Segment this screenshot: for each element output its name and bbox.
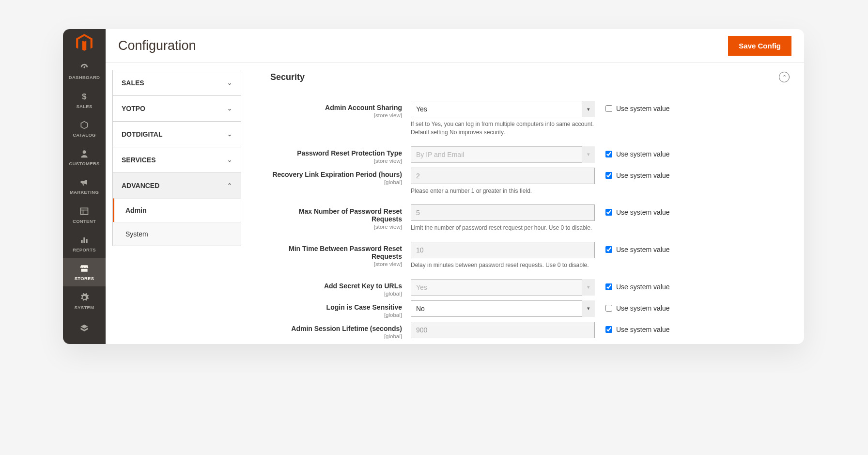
use-system-checkbox[interactable] (605, 246, 612, 253)
use-system-label[interactable]: Use system value (616, 172, 669, 179)
use-system-col: Use system value (595, 168, 669, 179)
field-label: Min Time Between Password Reset Requests (270, 245, 402, 260)
nav-customers[interactable]: CUSTOMERS (63, 143, 106, 172)
field-input-col: Limit the number of password reset reque… (411, 204, 595, 232)
config-group-advanced: ADVANCED ⌃ Admin System (113, 173, 241, 246)
config-subitem-system[interactable]: System (113, 222, 241, 246)
field-scope: [store view] (270, 261, 402, 267)
config-group-head[interactable]: ADVANCED ⌃ (113, 173, 241, 198)
svg-rect-7 (86, 239, 87, 243)
field-select[interactable]: Yes (411, 101, 595, 117)
app-frame: DASHBOARD $ SALES CATALOG CUSTOMERS MARK… (63, 29, 804, 344)
use-system-col: Use system value (595, 242, 669, 253)
config-group-head[interactable]: DOTDIGITAL ⌄ (113, 122, 241, 147)
use-system-label[interactable]: Use system value (616, 326, 669, 333)
form-area: Security ⌃ Admin Account Sharing[store v… (256, 63, 804, 344)
config-group-label: SERVICES (122, 156, 156, 164)
nav-marketing[interactable]: MARKETING (63, 172, 106, 200)
magento-logo[interactable] (63, 29, 106, 57)
field-note: Limit the number of password reset reque… (411, 224, 595, 232)
store-icon (79, 263, 90, 274)
field-row: Login is Case Sensitive[global]NoUse sys… (270, 300, 790, 318)
use-system-checkbox[interactable] (605, 305, 612, 312)
nav-reports[interactable]: REPORTS (63, 229, 106, 258)
field-row: Max Number of Password Reset Requests[st… (270, 204, 790, 232)
nav-label: SALES (76, 104, 92, 109)
nav-sales[interactable]: $ SALES (63, 86, 106, 114)
use-system-label[interactable]: Use system value (616, 304, 669, 312)
page-title: Configuration (118, 38, 728, 53)
field-label-col: Password Reset Protection Type[store vie… (270, 146, 411, 164)
use-system-col: Use system value (595, 279, 669, 291)
page-header: Configuration Save Config (106, 29, 804, 63)
nav-partners[interactable] (63, 315, 106, 344)
use-system-label[interactable]: Use system value (616, 246, 669, 253)
svg-text:$: $ (82, 92, 87, 101)
field-label-col: Login is Case Sensitive[global] (270, 300, 411, 318)
use-system-col: Use system value (595, 204, 669, 216)
field-input-col: By IP and Email (411, 146, 595, 163)
use-system-label[interactable]: Use system value (616, 208, 669, 216)
nav-label: REPORTS (73, 247, 96, 252)
config-group-label: DOTDIGITAL (122, 130, 163, 138)
field-text (411, 242, 595, 258)
chevron-up-icon: ⌃ (227, 182, 232, 189)
config-nav: SALES ⌄ YOTPO ⌄ DOTDIGITAL ⌄ (106, 63, 256, 344)
field-input-col (411, 322, 595, 338)
nav-catalog[interactable]: CATALOG (63, 114, 106, 143)
dollar-icon: $ (79, 91, 90, 102)
gear-icon (79, 292, 90, 303)
field-scope: [store view] (270, 112, 402, 118)
use-system-checkbox[interactable] (605, 209, 612, 216)
config-group-head[interactable]: SERVICES ⌄ (113, 147, 241, 173)
field-note: Please enter a number 1 or greater in th… (411, 187, 595, 195)
use-system-checkbox[interactable] (605, 326, 612, 333)
field-scope: [global] (270, 179, 402, 185)
select-wrap: Yes (411, 101, 595, 117)
config-group-services: SERVICES ⌄ (113, 147, 241, 173)
use-system-checkbox[interactable] (605, 283, 612, 290)
field-label-col: Max Number of Password Reset Requests[st… (270, 204, 411, 230)
main: Configuration Save Config SALES ⌄ YOTPO (106, 29, 804, 344)
admin-sidebar: DASHBOARD $ SALES CATALOG CUSTOMERS MARK… (63, 29, 106, 344)
nav-label: CONTENT (73, 219, 96, 224)
chevron-down-icon: ⌄ (227, 79, 232, 86)
select-wrap: No (411, 300, 595, 317)
field-label: Add Secret Key to URLs (270, 282, 402, 290)
nav-label: CATALOG (73, 132, 96, 138)
field-select[interactable]: No (411, 300, 595, 317)
use-system-col: Use system value (595, 146, 669, 158)
config-group-head[interactable]: YOTPO ⌄ (113, 96, 241, 121)
field-select: By IP and Email (411, 146, 595, 163)
nav-stores[interactable]: STORES (63, 258, 106, 286)
save-config-button[interactable]: Save Config (728, 36, 791, 56)
nav-dashboard[interactable]: DASHBOARD (63, 57, 106, 85)
config-group-yotpo: YOTPO ⌄ (113, 96, 241, 122)
nav-system[interactable]: SYSTEM (63, 286, 106, 315)
field-label: Max Number of Password Reset Requests (270, 207, 402, 223)
field-input-col: No (411, 300, 595, 317)
magento-logo-icon (76, 34, 93, 52)
use-system-label[interactable]: Use system value (616, 150, 669, 158)
use-system-checkbox[interactable] (605, 151, 612, 157)
field-scope: [store view] (270, 158, 402, 164)
nav-content[interactable]: CONTENT (63, 201, 106, 229)
field-row: Admin Account Sharing[store view]YesIf s… (270, 101, 790, 137)
use-system-label[interactable]: Use system value (616, 283, 669, 291)
field-text (411, 204, 595, 221)
collapse-section-button[interactable]: ⌃ (779, 72, 790, 82)
field-label: Login is Case Sensitive (270, 303, 402, 311)
config-subitem-admin[interactable]: Admin (113, 198, 241, 222)
field-label: Password Reset Protection Type (270, 149, 402, 157)
svg-point-1 (83, 151, 86, 154)
select-wrap: By IP and Email (411, 146, 595, 163)
config-group-dotdigital: DOTDIGITAL ⌄ (113, 122, 241, 147)
chevron-down-icon: ⌄ (227, 157, 232, 163)
use-system-checkbox[interactable] (605, 105, 612, 112)
field-row: Add Secret Key to URLs[global]YesUse sys… (270, 279, 790, 297)
nav-label: SYSTEM (75, 305, 94, 310)
field-scope: [global] (270, 291, 402, 297)
use-system-checkbox[interactable] (605, 172, 612, 179)
use-system-label[interactable]: Use system value (616, 105, 669, 112)
config-group-head[interactable]: SALES ⌄ (113, 70, 241, 95)
